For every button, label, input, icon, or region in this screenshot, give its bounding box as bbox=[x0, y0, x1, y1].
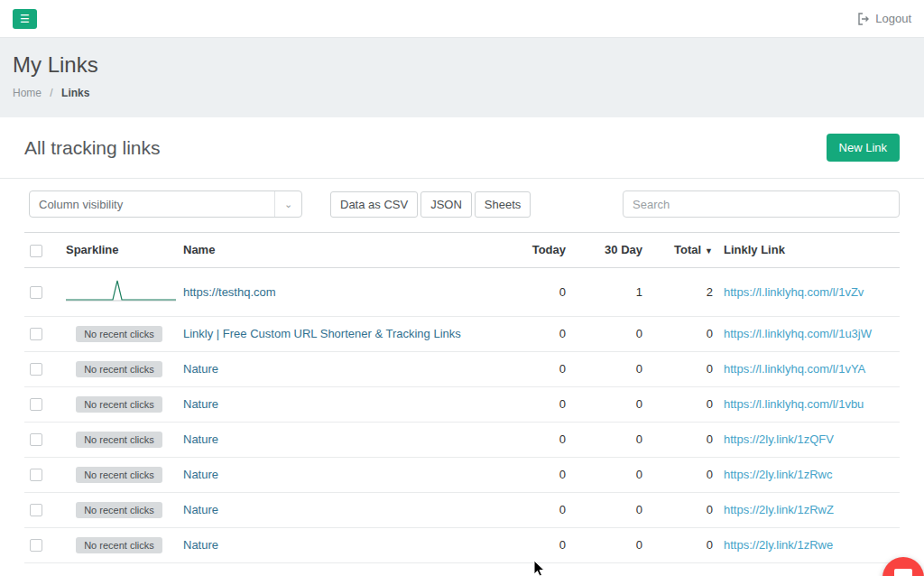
no-recent-clicks-badge: No recent clicks bbox=[76, 396, 162, 413]
total-count: 2 bbox=[648, 267, 718, 316]
table-row: No recent clicks Nature 0 0 0 https://2l… bbox=[24, 527, 900, 562]
table-row: No recent clicks Nature 0 0 0 https://2l… bbox=[24, 492, 900, 527]
breadcrumb-separator: / bbox=[50, 87, 52, 99]
card-header: All tracking links New Link bbox=[0, 117, 924, 179]
today-count: 0 bbox=[499, 457, 571, 492]
row-checkbox[interactable] bbox=[30, 539, 42, 552]
total-count: 0 bbox=[648, 457, 718, 492]
link-name[interactable]: Linkly | Free Custom URL Shortener & Tra… bbox=[183, 327, 461, 340]
total-count: 0 bbox=[648, 351, 718, 386]
table-header-row: Sparkline Name Today 30 Day Total▼ Linkl… bbox=[24, 233, 900, 268]
logout-icon bbox=[857, 13, 870, 25]
today-count: 0 bbox=[499, 492, 571, 527]
col-header-total-label: Total bbox=[674, 243, 701, 256]
col-header-name[interactable]: Name bbox=[178, 233, 499, 268]
linkly-link[interactable]: https://2ly.link/1zRwc bbox=[724, 468, 832, 481]
export-csv-button[interactable]: Data as CSV bbox=[330, 191, 418, 218]
breadcrumb-current: Links bbox=[61, 87, 89, 99]
search-wrap bbox=[623, 190, 900, 218]
sparkline-chart bbox=[66, 277, 176, 304]
page-title: My Links bbox=[13, 52, 911, 78]
linkly-link[interactable]: https://l.linklyhq.com/l/1u3jW bbox=[724, 327, 872, 340]
menu-button[interactable]: ☰ bbox=[13, 9, 37, 29]
table-row: https://testhq.com 0 1 2 https://l.linkl… bbox=[24, 267, 900, 316]
30day-count: 0 bbox=[571, 316, 648, 351]
today-count: 0 bbox=[499, 267, 571, 316]
links-table: Sparkline Name Today 30 Day Total▼ Linkl… bbox=[24, 232, 900, 563]
table-row: No recent clicks Linkly | Free Custom UR… bbox=[24, 316, 900, 351]
linkly-link[interactable]: https://2ly.link/1zQFV bbox=[724, 432, 834, 446]
logout-button[interactable]: Logout bbox=[857, 12, 911, 25]
new-link-button[interactable]: New Link bbox=[827, 134, 900, 162]
total-count: 0 bbox=[648, 386, 718, 422]
breadcrumb: Home / Links bbox=[13, 87, 911, 99]
linkly-link[interactable]: https://2ly.link/1zRwe bbox=[724, 538, 833, 552]
chat-icon bbox=[893, 566, 913, 576]
total-count: 0 bbox=[648, 527, 718, 562]
today-count: 0 bbox=[499, 527, 571, 562]
col-header-30day[interactable]: 30 Day bbox=[571, 233, 648, 268]
select-all-checkbox[interactable] bbox=[30, 245, 42, 257]
col-header-linkly-link[interactable]: Linkly Link bbox=[718, 233, 900, 268]
row-checkbox[interactable] bbox=[30, 398, 42, 411]
row-checkbox[interactable] bbox=[30, 363, 42, 376]
topbar: ☰ Logout bbox=[0, 0, 924, 38]
search-input[interactable] bbox=[623, 190, 900, 218]
linkly-link[interactable]: https://l.linklyhq.com/l/1vbu bbox=[724, 397, 864, 411]
row-checkbox[interactable] bbox=[30, 433, 42, 446]
sparkline-cell bbox=[60, 267, 178, 316]
today-count: 0 bbox=[499, 351, 571, 386]
30day-count: 0 bbox=[571, 457, 648, 492]
table-row: No recent clicks Nature 0 0 0 https://2l… bbox=[24, 422, 900, 457]
card-title: All tracking links bbox=[24, 137, 161, 159]
export-json-button[interactable]: JSON bbox=[420, 191, 472, 218]
link-name[interactable]: Nature bbox=[183, 468, 218, 481]
row-checkbox[interactable] bbox=[30, 469, 42, 481]
col-header-total[interactable]: Total▼ bbox=[648, 233, 718, 268]
sort-desc-icon: ▼ bbox=[705, 246, 713, 255]
table-controls: Column visibility ⌄ Data as CSV JSON She… bbox=[0, 179, 924, 232]
table-row: No recent clicks Nature 0 0 0 https://l.… bbox=[24, 386, 900, 422]
30day-count: 0 bbox=[571, 527, 648, 562]
link-name[interactable]: https://testhq.com bbox=[183, 285, 276, 299]
row-checkbox[interactable] bbox=[30, 504, 42, 516]
total-count: 0 bbox=[648, 422, 718, 457]
30day-count: 0 bbox=[571, 351, 648, 386]
no-recent-clicks-badge: No recent clicks bbox=[76, 502, 162, 518]
linkly-link[interactable]: https://2ly.link/1zRwZ bbox=[724, 503, 834, 516]
breadcrumb-home-link[interactable]: Home bbox=[13, 87, 42, 99]
no-recent-clicks-badge: No recent clicks bbox=[76, 432, 162, 448]
no-recent-clicks-badge: No recent clicks bbox=[76, 326, 162, 342]
table-row: No recent clicks Nature 0 0 0 https://l.… bbox=[24, 351, 900, 386]
col-header-sparkline[interactable]: Sparkline bbox=[60, 233, 178, 268]
linkly-link[interactable]: https://l.linklyhq.com/l/1vZv bbox=[724, 285, 864, 299]
link-name[interactable]: Nature bbox=[183, 362, 218, 376]
links-table-wrap: Sparkline Name Today 30 Day Total▼ Linkl… bbox=[0, 232, 924, 563]
export-sheets-button[interactable]: Sheets bbox=[475, 191, 531, 218]
link-name[interactable]: Nature bbox=[183, 432, 218, 446]
column-visibility-select[interactable]: Column visibility ⌄ bbox=[29, 190, 302, 218]
hamburger-icon: ☰ bbox=[20, 9, 30, 29]
no-recent-clicks-badge: No recent clicks bbox=[76, 361, 162, 377]
export-button-group: Data as CSV JSON Sheets bbox=[330, 191, 531, 218]
chevron-down-icon: ⌄ bbox=[274, 191, 301, 217]
total-count: 0 bbox=[648, 316, 718, 351]
today-count: 0 bbox=[499, 316, 571, 351]
row-checkbox[interactable] bbox=[30, 328, 42, 340]
linkly-link[interactable]: https://l.linklyhq.com/l/1vYA bbox=[724, 362, 865, 376]
link-name[interactable]: Nature bbox=[183, 503, 218, 516]
30day-count: 0 bbox=[571, 492, 648, 527]
tracking-links-card: All tracking links New Link Column visib… bbox=[0, 117, 924, 576]
link-name[interactable]: Nature bbox=[183, 397, 218, 411]
logout-label: Logout bbox=[875, 12, 911, 25]
pagination: 1-8 of 8 |< < > >| bbox=[0, 563, 924, 576]
today-count: 0 bbox=[499, 422, 571, 457]
30day-count: 1 bbox=[571, 267, 648, 316]
today-count: 0 bbox=[499, 386, 571, 422]
link-name[interactable]: Nature bbox=[183, 538, 218, 552]
row-checkbox[interactable] bbox=[30, 286, 42, 299]
page-header: My Links Home / Links bbox=[0, 38, 924, 117]
col-header-today[interactable]: Today bbox=[499, 233, 571, 268]
no-recent-clicks-badge: No recent clicks bbox=[76, 537, 162, 553]
30day-count: 0 bbox=[571, 422, 648, 457]
